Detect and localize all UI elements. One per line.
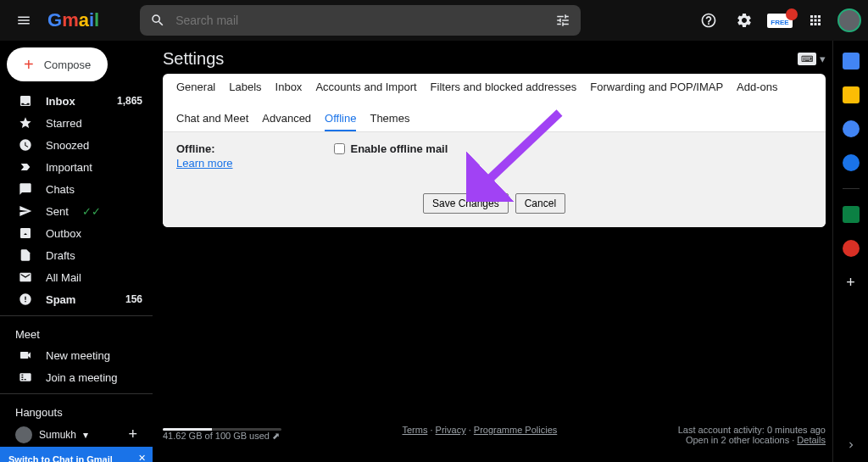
learn-more-link[interactable]: Learn more (176, 157, 232, 170)
compose-button[interactable]: + Compose (7, 47, 108, 81)
offline-checkbox-label: Enable offline mail (350, 142, 448, 155)
tab-labels[interactable]: Labels (229, 81, 261, 98)
hangouts-user[interactable]: Sumukh ▾ + (0, 422, 153, 447)
star-icon (19, 116, 32, 130)
add-contact-button[interactable]: + (128, 426, 137, 443)
open-storage-icon[interactable]: ⬈ (272, 431, 280, 441)
storage-text: 41.62 GB of 100 GB used (163, 431, 270, 441)
settings-panel: GeneralLabelsInboxAccounts and ImportFil… (163, 74, 826, 227)
meet-join-a-meeting[interactable]: Join a meeting (0, 366, 153, 388)
nav-label: Snoozed (46, 139, 89, 152)
tab-accounts-and-import[interactable]: Accounts and Import (315, 81, 416, 98)
tab-chat-and-meet[interactable]: Chat and Meet (176, 112, 248, 131)
tab-filters-and-blocked-addresses[interactable]: Filters and blocked addresses (431, 81, 577, 98)
page-title: Settings (163, 49, 224, 69)
meet-label: Join a meeting (46, 371, 118, 384)
nav-snoozed[interactable]: Snoozed (0, 134, 153, 156)
inbox-icon (19, 94, 32, 108)
tab-general[interactable]: General (176, 81, 215, 98)
hangouts-username: Sumukh (39, 429, 76, 441)
keep-app-icon[interactable] (843, 86, 860, 103)
details-link[interactable]: Details (797, 435, 826, 445)
locations-text: Open in 2 other locations (686, 435, 789, 445)
enable-offline-checkbox[interactable]: Enable offline mail (334, 142, 448, 155)
support-button[interactable] (695, 7, 722, 34)
header-actions: FREE (695, 7, 861, 34)
nav-label: Sent (46, 205, 69, 218)
privacy-link[interactable]: Privacy (436, 425, 466, 435)
banner-title: Switch to Chat in Gmail (8, 454, 113, 462)
input-tools-button[interactable]: ⌨ (798, 53, 816, 65)
nav-label: Drafts (46, 249, 75, 262)
policies-link[interactable]: Programme Policies (474, 425, 557, 435)
nav-starred[interactable]: Starred (0, 112, 153, 134)
meet-new-meeting[interactable]: New meeting (0, 344, 153, 366)
calendar-app-icon[interactable] (843, 53, 860, 70)
tab-advanced[interactable]: Advanced (262, 112, 311, 131)
account-avatar[interactable] (837, 8, 861, 32)
nav-count: 156 (125, 293, 142, 305)
meet-label: New meeting (46, 349, 110, 362)
tab-offline[interactable]: Offline (325, 112, 356, 131)
meet-header: Meet (0, 321, 153, 344)
hangouts-header: Hangouts (0, 399, 153, 422)
activity-text: Last account activity: 0 minutes ago (678, 425, 826, 435)
settings-button[interactable] (731, 7, 758, 34)
get-addons-button[interactable]: + (846, 274, 855, 292)
cancel-button[interactable]: Cancel (515, 193, 565, 214)
hamburger-icon (16, 13, 31, 28)
settings-tabs: GeneralLabelsInboxAccounts and ImportFil… (163, 74, 826, 132)
user-avatar-icon (15, 426, 32, 443)
nav-all-mail[interactable]: All Mail (0, 266, 153, 288)
switch-chat-banner: ✕ Switch to Chat in Gmail Hangouts will … (0, 447, 153, 462)
clock-icon (19, 138, 32, 152)
tasks-app-icon[interactable] (843, 120, 860, 137)
chevron-down-icon: ▾ (83, 429, 88, 441)
hide-panel-button[interactable] (845, 439, 857, 454)
search-icon (150, 13, 165, 28)
tab-inbox[interactable]: Inbox (275, 81, 303, 98)
nav-important[interactable]: Important (0, 156, 153, 178)
sidebar: + Compose Inbox1,865StarredSnoozedImport… (0, 41, 153, 462)
divider (0, 315, 153, 316)
tune-icon[interactable] (555, 13, 570, 28)
tab-forwarding-and-pop-imap[interactable]: Forwarding and POP/IMAP (590, 81, 723, 98)
nav-drafts[interactable]: Drafts (0, 244, 153, 266)
spam-icon (19, 292, 32, 306)
apps-button[interactable] (802, 7, 829, 34)
gmail-logo[interactable]: Gmail (47, 9, 99, 31)
nav-chats[interactable]: Chats (0, 178, 153, 200)
nav-spam[interactable]: Spam156 (0, 288, 153, 310)
contacts-app-icon[interactable] (843, 154, 860, 171)
tab-add-ons[interactable]: Add-ons (737, 81, 777, 98)
tab-themes[interactable]: Themes (370, 112, 409, 131)
outbox-icon (19, 226, 32, 240)
chat-icon (19, 182, 32, 196)
apps-icon (808, 13, 823, 28)
chevron-down-icon[interactable]: ▾ (820, 53, 826, 65)
nav-inbox[interactable]: Inbox1,865 (0, 90, 153, 112)
save-changes-button[interactable]: Save Changes (423, 193, 509, 214)
offline-checkbox-input[interactable] (334, 143, 345, 154)
video-icon (19, 348, 32, 362)
addon2-icon[interactable] (843, 240, 860, 257)
nav-sent[interactable]: Sent✓✓ (0, 200, 153, 222)
gear-icon (736, 12, 753, 29)
search-input[interactable] (175, 14, 545, 27)
keyboard-icon (19, 370, 32, 384)
nav-outbox[interactable]: Outbox (0, 222, 153, 244)
nav-label: Chats (46, 183, 75, 196)
close-banner-button[interactable]: ✕ (138, 452, 146, 462)
file-icon (19, 248, 32, 262)
main-menu-button[interactable] (7, 3, 41, 37)
header: Gmail FREE (0, 0, 868, 41)
gmail-m-icon: Gmail (47, 9, 99, 31)
free-badge[interactable]: FREE (766, 7, 793, 34)
rail-divider (843, 188, 860, 189)
help-icon (700, 12, 717, 29)
footer: 41.62 GB of 100 GB used ⬈ Terms · Privac… (163, 416, 826, 462)
terms-link[interactable]: Terms (402, 425, 427, 435)
search-bar[interactable] (140, 5, 581, 36)
addon1-icon[interactable] (843, 206, 860, 223)
checks-icon: ✓✓ (82, 205, 101, 218)
